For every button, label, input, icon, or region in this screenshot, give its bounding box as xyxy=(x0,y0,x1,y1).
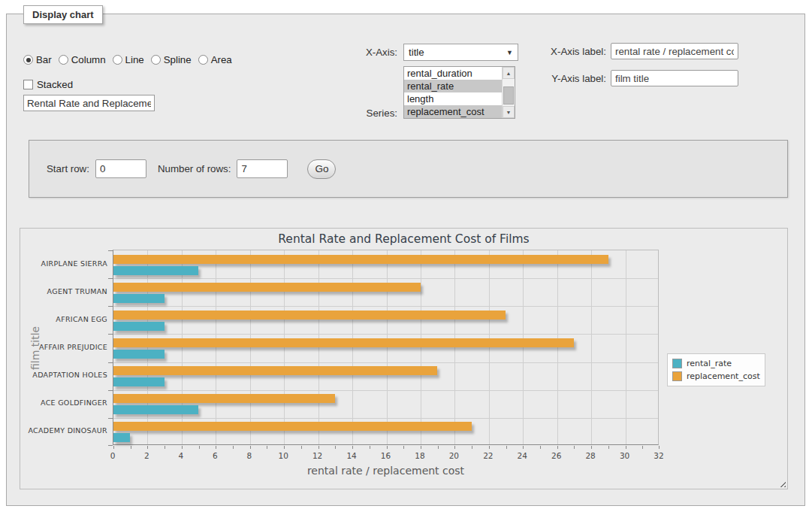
gridline-horizontal xyxy=(113,362,658,363)
bar-rental_rate xyxy=(113,405,198,414)
y-tick-mark xyxy=(108,390,113,391)
legend-item: rental_rate xyxy=(672,357,760,370)
legend: rental_ratereplacement_cost xyxy=(667,353,765,386)
gridline-vertical xyxy=(454,250,455,444)
gridline-vertical xyxy=(557,250,558,444)
x-tick-label: 28 xyxy=(575,451,605,460)
x-tick-mark xyxy=(335,446,336,449)
x-tick-label: 10 xyxy=(268,451,298,460)
x-tick-mark xyxy=(421,446,421,449)
category-label: AGENT TRUMAN xyxy=(22,287,107,295)
x-axis-title: rental rate / replacement cost xyxy=(113,465,659,477)
series-option-rental_duration[interactable]: rental_duration xyxy=(404,67,502,80)
legend-label: rental_rate xyxy=(687,359,732,368)
chart-type-radio-group: BarColumnLineSplineArea xyxy=(23,54,232,65)
x-tick-mark xyxy=(233,446,234,449)
bar-rental_rate xyxy=(113,350,165,359)
start-row-label: Start row: xyxy=(47,163,89,174)
chart-type-option-column: Column xyxy=(59,54,106,65)
radio-label: Spline xyxy=(164,54,192,65)
x-tick-mark xyxy=(626,446,626,449)
gridline-horizontal xyxy=(113,334,658,335)
x-tick-mark xyxy=(387,446,388,449)
bar-rental_rate xyxy=(113,377,165,386)
y-tick-mark xyxy=(108,278,113,279)
x-tick-label: 20 xyxy=(439,451,469,460)
bar-replacement_cost xyxy=(113,255,608,264)
gridline-vertical xyxy=(626,250,626,444)
x-tick-mark xyxy=(113,446,114,449)
series-option-length[interactable]: length xyxy=(404,92,502,105)
y-tick-mark xyxy=(108,250,113,251)
scrollbar-thumb[interactable] xyxy=(503,86,514,105)
x-tick-mark xyxy=(403,446,404,449)
gridline-vertical xyxy=(421,250,421,444)
x-tick-mark xyxy=(199,446,200,449)
start-row-input[interactable] xyxy=(95,159,146,178)
chart-type-option-bar: Bar xyxy=(23,54,52,65)
x-tick-mark xyxy=(131,446,131,449)
bar-replacement_cost xyxy=(113,338,574,347)
series-option-replacement_cost[interactable]: replacement_cost xyxy=(404,105,502,118)
x-tick-mark xyxy=(523,446,524,449)
gridline-horizontal xyxy=(113,390,658,391)
radio-bar[interactable] xyxy=(23,55,33,65)
plot-area xyxy=(113,250,659,445)
gridline-vertical xyxy=(523,250,524,444)
scroll-up-icon[interactable]: ▲ xyxy=(503,67,515,79)
x-tick-mark xyxy=(557,446,558,449)
panel-title: Display chart xyxy=(23,5,103,24)
bar-rental_rate xyxy=(113,266,198,275)
x-tick-mark xyxy=(642,446,643,449)
gridline-horizontal xyxy=(113,306,658,307)
y-axis-label-input[interactable] xyxy=(611,70,738,86)
bar-replacement_cost xyxy=(113,422,472,431)
scroll-down-icon[interactable]: ▼ xyxy=(503,106,515,118)
y-tick-mark xyxy=(108,306,113,307)
resize-grip-icon[interactable] xyxy=(777,479,786,487)
series-option-rental_rate[interactable]: rental_rate xyxy=(404,80,502,92)
x-tick-mark xyxy=(352,446,353,449)
chart-type-option-line: Line xyxy=(113,54,144,65)
num-rows-input[interactable] xyxy=(237,159,288,178)
gridline-vertical xyxy=(352,250,353,444)
x-tick-label: 16 xyxy=(371,451,401,460)
x-axis-label-input[interactable] xyxy=(611,43,738,59)
gridline-vertical xyxy=(250,250,251,444)
stacked-checkbox[interactable] xyxy=(23,80,33,89)
x-tick-mark xyxy=(301,446,302,449)
x-tick-label: 24 xyxy=(507,451,537,460)
x-tick-label: 26 xyxy=(542,451,572,460)
x-tick-mark xyxy=(506,446,507,449)
radio-column[interactable] xyxy=(59,55,68,65)
bar-replacement_cost xyxy=(113,394,335,403)
gridline-horizontal xyxy=(113,418,658,419)
stacked-checkbox-row: Stacked xyxy=(23,79,73,90)
radio-spline[interactable] xyxy=(151,55,161,65)
radio-line[interactable] xyxy=(113,55,122,65)
x-tick-mark xyxy=(165,446,165,449)
legend-item: replacement_cost xyxy=(672,370,760,383)
row-controls-panel: Start row: Number of rows: Go xyxy=(29,140,788,198)
chart-title-input[interactable] xyxy=(23,95,155,111)
radio-label: Column xyxy=(71,54,106,65)
gridline-vertical xyxy=(182,250,183,444)
go-button[interactable]: Go xyxy=(307,159,336,179)
gridline-vertical xyxy=(387,250,388,444)
series-listbox[interactable]: rental_durationrental_ratelengthreplacem… xyxy=(403,66,515,119)
legend-label: replacement_cost xyxy=(687,371,760,381)
legend-swatch-icon xyxy=(672,359,682,368)
y-tick-mark xyxy=(108,334,113,335)
x-tick-mark xyxy=(591,446,592,449)
x-tick-label: 32 xyxy=(644,451,674,460)
display-chart-panel: Display chart BarColumnLineSplineArea St… xyxy=(6,14,805,506)
stacked-label: Stacked xyxy=(37,79,73,90)
x-axis-select[interactable]: title ▼ xyxy=(403,44,518,61)
listbox-scrollbar[interactable]: ▲ ▼ xyxy=(502,67,515,118)
bar-rental_rate xyxy=(113,433,130,442)
y-tick-mark xyxy=(108,362,113,363)
y-tick-mark xyxy=(108,445,113,446)
y-axis-label-label: Y-Axis label: xyxy=(531,73,606,84)
radio-area[interactable] xyxy=(198,55,208,65)
x-tick-label: 22 xyxy=(473,451,503,460)
